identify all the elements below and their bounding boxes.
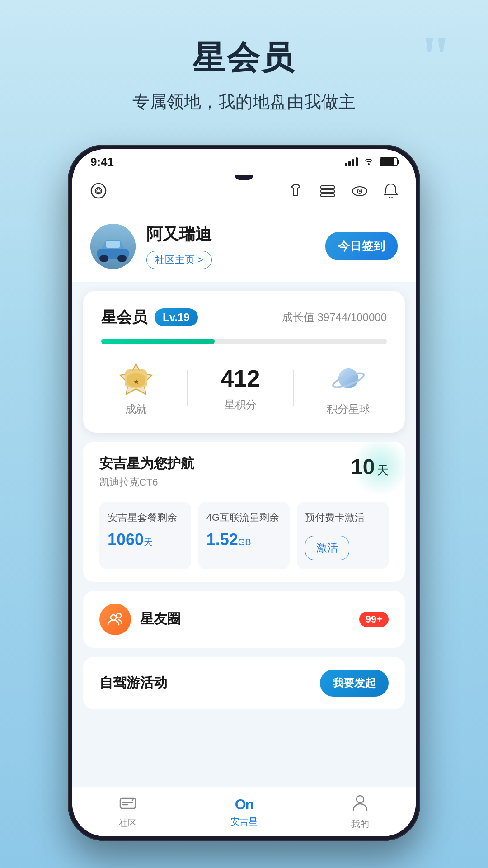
growth-value: 成长值 39744/100000 [282,310,387,325]
activity-title: 自驾游活动 [99,674,167,692]
activate-button[interactable]: 激活 [305,536,349,560]
activity-section: 自驾游活动 我要发起 [83,657,405,709]
community-link[interactable]: 社区主页 > [146,251,212,269]
camera-notch [235,175,253,180]
package-item[interactable]: 安吉星套餐剩余 1060天 [99,502,191,569]
points-label: 星积分 [224,397,257,412]
check-in-button[interactable]: 今日签到 [325,232,398,260]
achievement-label: 成就 [125,402,147,416]
time-display: 9:41 [90,155,114,169]
nav-mine[interactable]: 我的 [351,794,369,830]
svg-rect-13 [106,241,120,248]
avatar [90,224,136,269]
mine-icon [352,794,368,815]
profile-info: 阿又瑞迪 社区主页 > [146,223,212,269]
nav-icons-right [288,183,398,202]
points-value: 412 [221,365,260,392]
traffic-item[interactable]: 4G互联流量剩余 1.52GB [198,502,290,569]
bell-icon[interactable] [384,183,398,202]
service-title: 安吉星为您护航 [99,454,194,473]
service-info: 安吉星为您护航 凯迪拉克CT6 [99,454,194,489]
shirt-icon[interactable] [288,183,304,202]
service-header: 安吉星为您护航 凯迪拉克CT6 10 天 [99,454,389,489]
page-subtitle: 专属领地，我的地盘由我做主 [0,90,488,113]
user-name: 阿又瑞迪 [146,223,212,245]
planet-icon [330,360,366,396]
member-card: 星会员 Lv.19 成长值 39744/100000 ★ [83,291,405,433]
svg-point-12 [117,255,127,262]
svg-rect-3 [321,186,334,189]
status-icons [345,156,398,168]
service-items: 安吉星套餐剩余 1060天 4G互联流量剩余 1.52GB 预付费卡激活 激活 [99,502,389,569]
launch-activity-button[interactable]: 我要发起 [320,670,389,697]
traffic-value: 1.52 [206,530,238,549]
level-badge: Lv.19 [155,308,198,326]
status-bar: 9:41 [72,149,416,175]
svg-point-22 [111,615,116,620]
package-unit: 天 [144,537,153,547]
community-icon [119,795,136,814]
svg-point-11 [99,255,108,262]
member-stats: ★ ★ 成就 412 星积分 [101,360,387,416]
traffic-value-container: 1.52GB [206,530,282,549]
stat-divider-2 [293,370,294,406]
planet-label: 积分星球 [327,402,370,416]
nav-anjixing[interactable]: On 安吉星 [230,796,258,828]
growth-progress-bar [101,339,387,344]
service-card: 安吉星为您护航 凯迪拉克CT6 10 天 安吉星套餐剩余 1060天 4G互联流… [83,442,405,582]
social-left: 星友圈 [99,604,181,635]
anjixing-logo-icon: On [235,796,253,813]
phone-mockup: 9:41 [68,145,420,841]
community-label: 社区 [119,817,137,829]
svg-point-2 [97,189,100,193]
planet-stat[interactable]: 积分星球 [327,360,370,416]
car-model: 凯迪拉克CT6 [99,476,194,489]
svg-rect-4 [321,190,334,193]
package-label: 安吉星套餐剩余 [108,511,183,525]
social-icon [99,604,131,635]
package-value: 1060 [108,530,144,549]
bottom-navigation: 社区 On 安吉星 我的 [72,787,416,836]
svg-text:★: ★ [133,378,139,385]
profile-left: 阿又瑞迪 社区主页 > [90,223,212,269]
svg-point-23 [117,613,121,618]
prepaid-label: 预付费卡激活 [305,511,380,525]
eye-icon[interactable] [352,184,368,201]
phone-screen: 9:41 [72,149,416,836]
settings-icon[interactable] [90,183,107,203]
progress-fill [101,339,215,344]
traffic-unit: GB [238,537,251,547]
profile-section: 阿又瑞迪 社区主页 > 今日签到 [72,211,416,282]
member-title: 星会员 Lv.19 [101,307,198,328]
top-navigation [72,175,416,211]
page-header: 星会员 专属领地，我的地盘由我做主 [0,0,488,113]
battery-icon [380,157,398,166]
social-section[interactable]: 星友圈 99+ [83,591,405,648]
prepaid-item[interactable]: 预付费卡激活 激活 [297,502,389,569]
stat-divider-1 [187,370,188,406]
points-stat[interactable]: 412 星积分 [221,365,260,412]
svg-rect-5 [321,194,334,197]
social-title: 星友圈 [140,610,181,628]
page-title: 星会员 [0,36,488,80]
traffic-label: 4G互联流量剩余 [206,511,282,525]
signal-icon [345,157,358,166]
achievement-icon: ★ ★ [118,360,154,396]
svg-point-8 [359,190,361,192]
achievement-stat[interactable]: ★ ★ 成就 [118,360,154,416]
nav-community[interactable]: 社区 [119,795,137,829]
layers-icon[interactable] [320,184,335,201]
notification-badge: 99+ [359,612,389,627]
svg-point-25 [357,796,364,803]
svg-point-0 [95,188,102,194]
member-header: 星会员 Lv.19 成长值 39744/100000 [101,307,387,328]
wifi-icon [363,156,374,168]
mine-label: 我的 [351,818,369,830]
svg-point-1 [91,184,106,198]
package-value-container: 1060天 [108,530,183,549]
anjixing-label: 安吉星 [230,816,258,828]
